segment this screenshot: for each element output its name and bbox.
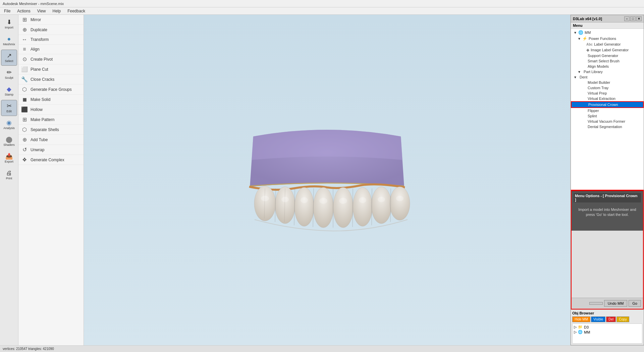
obj-browser: Obj Browser Hide MM Visible Del Copy ▷ 📁…: [571, 309, 644, 345]
obj-tree-mm[interactable]: ▷ 🌐 MM: [573, 330, 641, 335]
tree-item-label-generator[interactable]: Abc Label Generator: [571, 42, 644, 47]
copy-btn[interactable]: Copy: [616, 316, 629, 322]
mirror-label: Mirror: [31, 17, 41, 22]
d3lab-minimize-btn[interactable]: –: [624, 16, 630, 21]
edit-unwrap[interactable]: ↺ Unwrap: [18, 145, 84, 155]
toolbar-export-label: Export: [5, 160, 13, 163]
tree-item-virtual-vacuum-former[interactable]: Virtual Vacuum Former: [571, 119, 644, 124]
toolbar-shaders-label: Shaders: [3, 143, 15, 146]
toolbar-export[interactable]: 📤 Export: [1, 150, 17, 166]
dent-expand: ▼: [574, 75, 578, 79]
tree-item-power-functions[interactable]: ▼ ⚡ Power Functions: [571, 36, 644, 42]
align-icon: ≡: [21, 46, 28, 52]
d3lab-window: D3Lab x64 [v1.0] – □ ✕ Menu ▼ 🌐 MM: [571, 15, 644, 345]
tree-item-support-generator[interactable]: Support Generator: [571, 53, 644, 58]
edit-create-pivot[interactable]: ⊙ Create Pivot: [18, 54, 84, 64]
toolbar-meshmix[interactable]: ● Meshmix: [1, 33, 17, 49]
tree-item-splint[interactable]: Splint: [571, 113, 644, 119]
menu-options-section: Menu Options - [ Provisional Crown ] Imp…: [571, 190, 644, 309]
expand-icon: ▼: [574, 31, 578, 35]
svg-point-16: [378, 197, 385, 202]
tree-item-image-label-generator[interactable]: ◆ Image Label Generator: [571, 47, 644, 53]
edit-mirror[interactable]: ⊞ Mirror: [18, 15, 84, 25]
go-button[interactable]: Go: [629, 300, 641, 307]
tree-item-provisional-crown[interactable]: Provisional Crown: [571, 101, 644, 108]
edit-generate-face-groups[interactable]: ⬡ Generate Face Groups: [18, 84, 84, 95]
d3lab-tree[interactable]: ▼ 🌐 MM ▼ ⚡ Power Functions Abc Label Gen…: [571, 29, 644, 190]
toolbar-select-label: Select: [5, 59, 13, 63]
menu-file[interactable]: File: [1, 8, 13, 14]
visible-btn[interactable]: Visible: [591, 316, 605, 322]
tree-item-mm[interactable]: ▼ 🌐 MM: [571, 30, 644, 36]
obj-d3-expand: ▷: [574, 325, 577, 329]
menu-actions[interactable]: Actions: [14, 8, 33, 14]
toolbar-sculpt[interactable]: ✏ Sculpt: [1, 66, 17, 82]
edit-separate-shells[interactable]: ⬡ Separate Shells: [18, 125, 84, 135]
add-tube-label: Add Tube: [31, 137, 48, 142]
menu-view[interactable]: View: [35, 8, 49, 14]
del-btn[interactable]: Del: [606, 316, 616, 322]
obj-tree-d3[interactable]: ▷ 📁 D3: [573, 325, 641, 330]
menu-help[interactable]: Help: [50, 8, 64, 14]
d3lab-close-btn[interactable]: ✕: [636, 16, 642, 21]
toolbar-import[interactable]: ⬇ Import: [1, 16, 17, 32]
make-pattern-icon: ⊞: [21, 116, 28, 123]
toolbar-select[interactable]: ↗ Select: [1, 50, 17, 66]
obj-browser-title: Obj Browser: [572, 311, 642, 315]
svg-point-12: [301, 197, 308, 203]
plane-cut-label: Plane Cut: [31, 67, 48, 72]
tree-item-custom-tray[interactable]: Custom Tray: [571, 85, 644, 91]
menu-feedback[interactable]: Feedback: [65, 8, 88, 14]
d3lab-maximize-btn[interactable]: □: [630, 16, 636, 21]
app-title: Autodesk Meshmixer - mmScene.mix: [3, 2, 64, 6]
edit-duplicate[interactable]: ⊕ Duplicate: [18, 25, 84, 35]
viewport[interactable]: [84, 15, 570, 345]
toolbar-stamp[interactable]: ◆ Stamp: [1, 83, 17, 99]
edit-add-tube[interactable]: ⊕ Add Tube: [18, 135, 84, 145]
duplicate-label: Duplicate: [31, 27, 47, 32]
tree-item-dent[interactable]: ▼ Dent: [571, 74, 644, 80]
edit-close-cracks[interactable]: 🔧 Close Cracks: [18, 74, 84, 84]
tree-item-virtual-extraction[interactable]: Virtual Extraction: [571, 96, 644, 101]
tree-part-library-label: Part Library: [584, 70, 603, 74]
toolbar-edit[interactable]: ✂ Edit: [1, 100, 17, 116]
tree-item-align-models[interactable]: Align Models: [571, 64, 644, 69]
tree-item-flipper[interactable]: Flipper: [571, 108, 644, 113]
svg-line-20: [313, 188, 314, 227]
menu-options-title: Menu Options - [ Provisional Crown ]: [574, 193, 641, 202]
edit-make-solid[interactable]: ◼ Make Solid: [18, 95, 84, 105]
svg-line-22: [353, 188, 353, 227]
obj-tree: ▷ 📁 D3 ▷ 🌐 MM: [572, 324, 642, 344]
tree-item-dental-segmentation[interactable]: Dental Segmentation: [571, 124, 644, 129]
tree-support-gen-label: Support Generator: [588, 54, 618, 58]
edit-make-pattern[interactable]: ⊞ Make Pattern: [18, 115, 84, 125]
tree-item-model-builder[interactable]: Model Builder: [571, 80, 644, 85]
tree-mm-label: MM: [585, 31, 591, 35]
svg-point-9: [390, 187, 410, 220]
toolbar-analysis[interactable]: ◉ Analysis: [1, 117, 17, 133]
tree-item-part-library[interactable]: ▼ Part Library: [571, 69, 644, 74]
d3lab-menu-label: Menu: [571, 22, 644, 29]
tree-item-virtual-prep[interactable]: Virtual Prep: [571, 91, 644, 96]
toolbar-print[interactable]: 🖨 Print: [1, 167, 17, 183]
d3lab-titlebar-buttons: – □ ✕: [624, 16, 642, 21]
obj-d3-label: D3: [584, 325, 589, 329]
dental-svg: [226, 126, 428, 234]
sculpt-icon: ✏: [7, 69, 12, 75]
power-icon: ⚡: [582, 36, 587, 41]
toolbar-shaders[interactable]: ⬤ Shaders: [1, 133, 17, 150]
edit-hollow[interactable]: ⬛ Hollow: [18, 105, 84, 115]
edit-plane-cut[interactable]: ⬜ Plane Cut: [18, 64, 84, 74]
hide-mm-btn[interactable]: Hide MM: [572, 316, 590, 322]
shaders-icon: ⬤: [6, 136, 12, 142]
d3lab-empty-btn[interactable]: [589, 302, 603, 305]
edit-transform[interactable]: ↔ Transform: [18, 35, 84, 45]
plane-cut-icon: ⬜: [21, 66, 28, 72]
d3lab-title: D3Lab x64 [v1.0]: [573, 17, 602, 21]
menu-options-content-area: [572, 231, 643, 298]
tree-item-smart-select-brush[interactable]: Smart Select Brush: [571, 58, 644, 64]
undo-mm-button[interactable]: Undo MM: [604, 300, 628, 307]
svg-point-8: [371, 187, 391, 224]
edit-generate-complex[interactable]: ❖ Generate Complex: [18, 155, 84, 165]
edit-align[interactable]: ≡ Align: [18, 45, 84, 54]
